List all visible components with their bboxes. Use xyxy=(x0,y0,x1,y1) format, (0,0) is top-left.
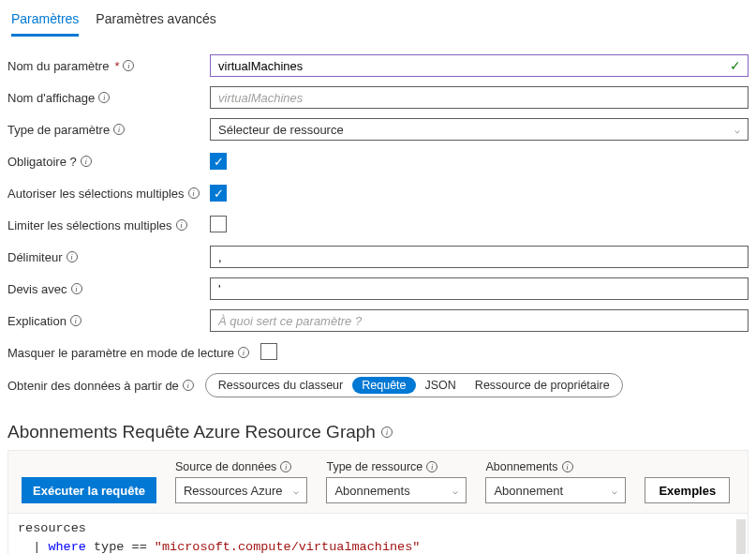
examples-button[interactable]: Exemples xyxy=(645,477,730,503)
chevron-down-icon: ⌵ xyxy=(612,486,617,496)
query-panel: Exécuter la requête Source de données Re… xyxy=(7,450,749,554)
param-type-value: Sélecteur de ressource xyxy=(218,123,344,137)
label-hide-read-text: Masquer le paramètre en mode de lecture xyxy=(7,346,234,360)
chevron-down-icon: ⌵ xyxy=(293,486,299,496)
allow-multi-checkbox[interactable] xyxy=(210,185,227,202)
label-param-name: Nom du paramètre* xyxy=(7,59,210,73)
label-subscriptions: Abonnements xyxy=(485,460,626,473)
info-icon[interactable] xyxy=(426,461,437,472)
info-icon[interactable] xyxy=(183,380,194,391)
explanation-input[interactable] xyxy=(210,309,749,332)
tabs: Paramètres Paramètres avancés xyxy=(7,7,749,37)
label-required-text: Obligatoire ? xyxy=(7,155,77,169)
info-icon[interactable] xyxy=(188,187,200,199)
pill-owner-resource[interactable]: Ressource de propriétaire xyxy=(466,377,619,394)
info-icon[interactable] xyxy=(381,427,393,438)
section-title: Abonnements Requête Azure Resource Graph xyxy=(7,422,749,442)
code-line: | where type == "microsoft.compute/virtu… xyxy=(18,538,738,554)
required-asterisk: * xyxy=(114,59,119,73)
label-param-type: Type de paramètre xyxy=(7,123,210,137)
label-allow-multi-text: Autoriser les sélections multiples xyxy=(7,187,185,201)
display-name-input[interactable] xyxy=(210,86,749,109)
resource-type-value: Abonnements xyxy=(334,484,409,498)
label-get-data-from: Obtenir des données à partir de xyxy=(7,379,194,393)
label-resource-type-text: Type de ressource xyxy=(326,460,422,473)
query-editor[interactable]: resources | where type == "microsoft.com… xyxy=(8,513,748,554)
label-quote-with-text: Devis avec xyxy=(7,282,67,296)
label-display-name: Nom d'affichage xyxy=(7,91,210,105)
info-icon[interactable] xyxy=(81,156,92,167)
hide-read-checkbox[interactable] xyxy=(260,343,277,360)
pill-workbook-resources[interactable]: Ressources du classeur xyxy=(209,377,352,394)
chevron-down-icon: ⌵ xyxy=(452,486,458,496)
subscriptions-select[interactable]: Abonnement ⌵ xyxy=(485,477,626,503)
info-icon[interactable] xyxy=(67,251,78,262)
label-required: Obligatoire ? xyxy=(7,155,210,169)
chevron-down-icon: ⌵ xyxy=(734,125,740,135)
info-icon[interactable] xyxy=(280,461,291,472)
resource-type-select[interactable]: Abonnements ⌵ xyxy=(326,477,467,503)
code-line: resources xyxy=(18,519,738,538)
label-quote-with: Devis avec xyxy=(7,282,210,296)
section-title-text: Abonnements Requête Azure Resource Graph xyxy=(7,422,376,442)
subscriptions-value: Abonnement xyxy=(494,484,563,498)
tab-advanced[interactable]: Paramètres avancés xyxy=(96,7,215,37)
label-delimiter: Délimiteur xyxy=(7,250,210,264)
quote-with-input[interactable] xyxy=(210,277,749,300)
pill-json[interactable]: JSON xyxy=(416,377,466,394)
label-explanation-text: Explication xyxy=(7,314,67,328)
info-icon[interactable] xyxy=(562,461,573,472)
label-explanation: Explication xyxy=(7,314,210,328)
limit-multi-checkbox[interactable] xyxy=(210,216,227,232)
query-toolbar: Exécuter la requête Source de données Re… xyxy=(8,460,748,513)
tab-parameters[interactable]: Paramètres xyxy=(11,7,79,37)
checkmark-icon: ✓ xyxy=(730,58,741,73)
run-query-button[interactable]: Exécuter la requête xyxy=(22,477,156,503)
label-limit-multi: Limiter les sélections multiples xyxy=(7,218,210,232)
label-allow-multi: Autoriser les sélections multiples xyxy=(7,187,210,201)
param-type-select[interactable]: Sélecteur de ressource ⌵ xyxy=(210,118,749,141)
data-source-pills: Ressources du classeur Requête JSON Ress… xyxy=(205,373,623,397)
scrollbar[interactable] xyxy=(736,519,746,554)
label-delimiter-text: Délimiteur xyxy=(7,250,63,264)
delimiter-input[interactable] xyxy=(210,246,749,268)
info-icon[interactable] xyxy=(113,124,125,135)
label-limit-multi-text: Limiter les sélections multiples xyxy=(7,218,172,232)
info-icon[interactable] xyxy=(238,347,249,358)
label-display-name-text: Nom d'affichage xyxy=(7,91,95,105)
label-param-name-text: Nom du paramètre xyxy=(7,59,109,73)
required-checkbox[interactable] xyxy=(210,153,227,170)
label-data-source-text: Source de données xyxy=(175,460,276,473)
label-hide-read: Masquer le paramètre en mode de lecture xyxy=(7,346,249,360)
info-icon[interactable] xyxy=(123,60,134,71)
pill-query[interactable]: Requête xyxy=(352,377,415,394)
data-source-select[interactable]: Ressources Azure ⌵ xyxy=(175,477,308,503)
info-icon[interactable] xyxy=(70,315,82,326)
label-get-data-from-text: Obtenir des données à partir de xyxy=(7,379,179,393)
data-source-value: Ressources Azure xyxy=(184,484,283,498)
info-icon[interactable] xyxy=(176,219,187,231)
info-icon[interactable] xyxy=(98,92,110,103)
label-data-source: Source de données xyxy=(175,460,308,473)
label-resource-type: Type de ressource xyxy=(326,460,467,473)
param-name-input[interactable] xyxy=(210,54,749,77)
info-icon[interactable] xyxy=(71,283,82,294)
label-subscriptions-text: Abonnements xyxy=(485,460,557,473)
label-param-type-text: Type de paramètre xyxy=(7,123,110,137)
